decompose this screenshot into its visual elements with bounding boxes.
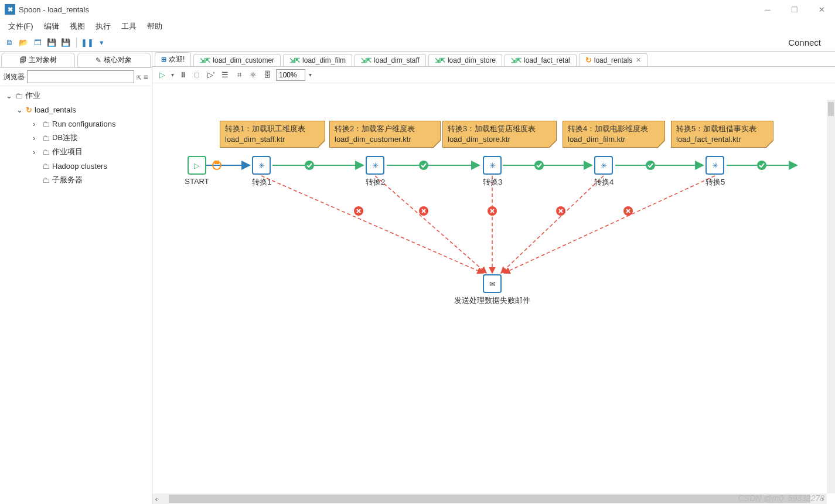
node-transform-4[interactable]: ✳转换4: [594, 156, 613, 188]
tab-welcome[interactable]: ⊞欢迎!: [155, 52, 191, 66]
transformation-icon: ⇲⇱: [435, 57, 445, 64]
folder-icon: 🗀: [42, 148, 50, 156]
connect-link[interactable]: Connect: [788, 38, 831, 47]
horizontal-scrollbar[interactable]: ‹›: [152, 493, 827, 504]
svg-point-10: [646, 161, 655, 170]
search-input[interactable]: [27, 70, 134, 83]
tab-load-fact-retal[interactable]: ⇲⇱load_fact_retal: [505, 54, 577, 66]
zoom-input[interactable]: [276, 69, 305, 81]
transformation-icon: ✳: [594, 156, 613, 175]
transformation-icon: ⇲⇱: [511, 57, 522, 64]
save-icon[interactable]: 💾: [46, 37, 57, 49]
node-mail[interactable]: ✉发送处理数据失败邮件: [451, 274, 533, 306]
tab-load-dim-film[interactable]: ⇲⇱load_dim_film: [283, 54, 352, 66]
db-icon[interactable]: 🗄: [262, 70, 272, 80]
transformation-icon: ✳: [483, 156, 502, 175]
main-toolbar: 🗎 📂 🗔 💾 💾 ❚❚ ▾ Connect: [0, 34, 835, 52]
note-2[interactable]: 转换2：加载客户维度表load_dim_customer.ktr: [329, 121, 441, 148]
sql-icon[interactable]: ⌗: [234, 70, 244, 80]
titlebar: ✖ Spoon - load_rentals ─ ☐ ✕: [0, 0, 835, 19]
job-canvas[interactable]: 转换1：加载职工维度表load_dim_staff.ktr 转换2：加载客户维度…: [152, 83, 835, 504]
vertical-scrollbar[interactable]: [827, 100, 835, 493]
tab-load-dim-staff[interactable]: ⇲⇱load_dim_staff: [355, 54, 426, 66]
search-label: 浏览器: [4, 72, 25, 82]
node-transform-2[interactable]: ✳转换2: [366, 156, 384, 188]
transformation-icon: ✳: [366, 156, 384, 175]
tab-load-dim-customer[interactable]: ⇲⇱load_dim_customer: [193, 54, 281, 66]
node-transform-1[interactable]: ✳转换1: [252, 156, 271, 188]
save-as-icon[interactable]: 💾: [60, 37, 71, 49]
perspective-icon[interactable]: ❚❚: [81, 37, 93, 49]
dropdown-icon[interactable]: ▾: [96, 37, 107, 49]
explore-icon[interactable]: 🗔: [32, 37, 43, 49]
svg-line-13: [261, 176, 483, 273]
close-button[interactable]: ✕: [808, 0, 835, 19]
tree-item-db[interactable]: ›🗀DB连接: [0, 131, 152, 145]
menu-file[interactable]: 文件(F): [4, 20, 38, 33]
transformation-icon: ✳: [706, 156, 724, 175]
tab-load-rentals[interactable]: ↻load_rentals✕: [579, 53, 647, 66]
expand-icon[interactable]: ⇱: [137, 73, 141, 81]
folder-icon: 🗀: [42, 134, 50, 142]
object-tree: ⌄🗀作业 ⌄↻load_rentals ›🗀Run configurations…: [0, 86, 152, 189]
note-3[interactable]: 转换3：加载租赁店维度表load_dim_store.ktr: [442, 121, 557, 148]
transformation-icon: ⇲⇱: [200, 57, 210, 64]
menu-view[interactable]: 视图: [65, 20, 90, 33]
content-area: ⊞欢迎! ⇲⇱load_dim_customer ⇲⇱load_dim_film…: [152, 52, 835, 504]
menu-tools[interactable]: 工具: [117, 20, 141, 33]
tree-root-job[interactable]: ⌄🗀作业: [0, 88, 152, 103]
node-start[interactable]: ▷START: [178, 156, 216, 186]
node-transform-5[interactable]: ✳转换5: [706, 156, 724, 188]
svg-line-15: [375, 176, 486, 273]
svg-line-19: [501, 176, 604, 273]
mail-icon: ✉: [483, 274, 502, 293]
tree-item-slave[interactable]: ›🗀子服务器: [0, 173, 152, 187]
stop-icon[interactable]: □: [192, 70, 202, 80]
menubar: 文件(F) 编辑 视图 执行 工具 帮助: [0, 19, 835, 34]
svg-point-4: [305, 161, 314, 170]
note-4[interactable]: 转换4：加载电影维度表load_dim_film.ktr: [563, 121, 665, 148]
pause-icon[interactable]: ⏸: [178, 70, 188, 80]
menu-execute[interactable]: 执行: [91, 20, 115, 33]
job-icon: ↻: [585, 56, 592, 64]
tree-job-load-rentals[interactable]: ⌄↻load_rentals: [0, 103, 152, 117]
open-file-icon[interactable]: 📂: [18, 37, 29, 49]
toolbar-divider: [76, 38, 77, 48]
node-transform-3[interactable]: ✳转换3: [483, 156, 502, 188]
transformation-icon: ✳: [252, 156, 271, 175]
pencil-icon: ✎: [96, 56, 101, 64]
sidebar-tab-main[interactable]: 🗐 主对象树: [1, 53, 75, 67]
menu-edit[interactable]: 编辑: [39, 20, 64, 33]
tab-load-dim-store[interactable]: ⇲⇱load_dim_store: [428, 54, 502, 66]
transformation-icon: ⇲⇱: [361, 57, 372, 64]
maximize-button[interactable]: ☐: [781, 0, 808, 19]
zoom-dropdown-icon[interactable]: ▾: [309, 71, 312, 78]
svg-point-8: [534, 161, 544, 170]
tree-item-hadoop[interactable]: ›🗀Hadoop clusters: [0, 159, 152, 173]
svg-point-12: [757, 161, 766, 170]
svg-point-6: [419, 161, 428, 170]
folder-icon: 🗀: [42, 176, 50, 185]
note-5[interactable]: 转换5：加载租借事实表load_fact_rental.ktr: [671, 121, 773, 148]
sidebar: 🗐 主对象树 ✎ 核心对象 浏览器 ⇱ ≡ ⌄🗀作业 ⌄↻load_rental…: [0, 52, 152, 504]
folder-icon: 🗀: [42, 120, 50, 128]
new-file-icon[interactable]: 🗎: [4, 37, 15, 49]
run-icon[interactable]: ▷: [157, 70, 168, 80]
sidebar-tab-core[interactable]: ✎ 核心对象: [77, 53, 151, 67]
job-icon: ↻: [26, 105, 32, 114]
minimize-button[interactable]: ─: [754, 0, 781, 19]
run-dropdown-icon[interactable]: ▾: [171, 71, 174, 78]
canvas-toolbar: ▷ ▾ ⏸ □ ▷' ☰ ⌗ ⚛ 🗄 ▾: [152, 67, 835, 83]
tree-item-run-configs[interactable]: ›🗀Run configurations: [0, 117, 152, 131]
menu-help[interactable]: 帮助: [142, 20, 167, 33]
close-icon[interactable]: ✕: [636, 56, 641, 64]
collapse-icon[interactable]: ≡: [144, 73, 148, 81]
preview-icon[interactable]: ☰: [220, 70, 230, 80]
note-1[interactable]: 转换1：加载职工维度表load_dim_staff.ktr: [220, 121, 325, 148]
start-icon: ▷: [188, 156, 206, 175]
replay-icon[interactable]: ▷': [206, 70, 216, 80]
app-logo-icon: ✖: [5, 4, 15, 15]
impact-icon[interactable]: ⚛: [248, 70, 258, 80]
tree-item-job-entries[interactable]: ›🗀作业项目: [0, 145, 152, 159]
editor-tabs: ⊞欢迎! ⇲⇱load_dim_customer ⇲⇱load_dim_film…: [152, 52, 835, 67]
